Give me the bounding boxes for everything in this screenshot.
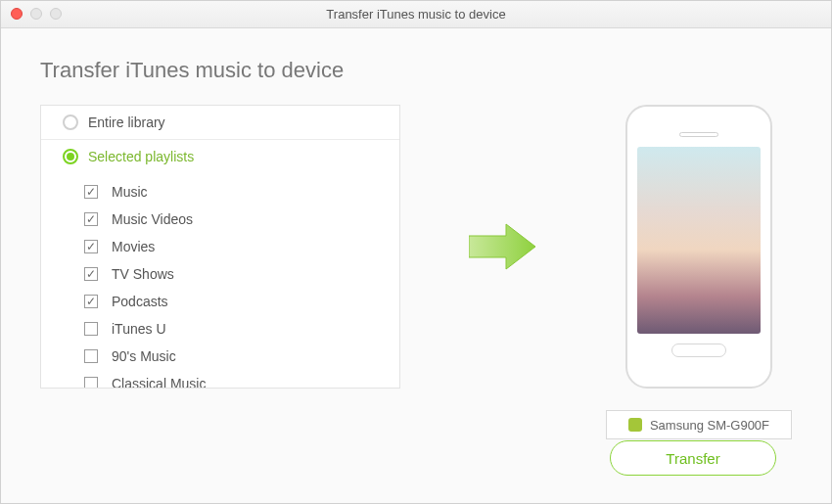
checkbox-icon	[84, 322, 98, 336]
transfer-button-label: Transfer	[666, 450, 719, 467]
checkbox-checked-icon	[84, 295, 98, 308]
phone-screen	[637, 147, 761, 334]
playlist-item[interactable]: iTunes U	[84, 315, 399, 343]
playlist-label: Movies	[112, 239, 155, 254]
playlist-item[interactable]: Music	[84, 178, 399, 206]
close-icon[interactable]	[11, 8, 23, 20]
playlist-item[interactable]: 90's Music	[84, 343, 399, 370]
option-entire-library[interactable]: Entire library	[41, 106, 399, 139]
option-selected-playlists[interactable]: Selected playlists	[41, 139, 399, 172]
playlist-label: Classical Music	[112, 376, 206, 389]
window-controls	[11, 8, 62, 20]
android-icon	[628, 418, 642, 432]
transfer-direction	[400, 105, 606, 389]
option-label: Entire library	[88, 115, 165, 130]
playlist-item[interactable]: Classical Music	[84, 370, 399, 389]
transfer-button[interactable]: Transfer	[610, 440, 776, 476]
phone-speaker-icon	[679, 132, 718, 137]
phone-home-icon	[671, 344, 726, 357]
option-label: Selected playlists	[88, 149, 194, 164]
svg-marker-0	[469, 224, 535, 269]
maximize-icon[interactable]	[50, 8, 62, 20]
device-preview	[625, 105, 772, 389]
window-title: Transfer iTunes music to device	[326, 7, 505, 22]
radio-on-icon	[63, 149, 78, 164]
playlist-label: TV Shows	[112, 266, 174, 282]
source-panel: Entire library Selected playlists MusicM…	[40, 105, 400, 389]
playlist-list: MusicMusic VideosMoviesTV ShowsPodcastsi…	[41, 172, 399, 389]
page-title: Transfer iTunes music to device	[40, 58, 792, 83]
playlist-label: iTunes U	[112, 321, 166, 337]
device-name: Samsung SM-G900F	[650, 418, 769, 433]
radio-off-icon	[63, 115, 78, 130]
playlist-item[interactable]: Movies	[84, 233, 399, 260]
checkbox-checked-icon	[84, 212, 98, 226]
checkbox-checked-icon	[84, 267, 98, 281]
playlist-item[interactable]: TV Shows	[84, 260, 399, 288]
playlist-label: Music Videos	[112, 211, 193, 227]
device-selector[interactable]: Samsung SM-G900F	[606, 410, 792, 439]
playlist-item[interactable]: Music Videos	[84, 206, 399, 233]
checkbox-checked-icon	[84, 240, 98, 253]
playlist-label: Music	[112, 184, 148, 200]
playlist-label: Podcasts	[112, 294, 168, 309]
checkbox-icon	[84, 377, 98, 389]
playlist-item[interactable]: Podcasts	[84, 288, 399, 315]
minimize-icon[interactable]	[30, 8, 42, 20]
arrow-right-icon	[469, 222, 537, 271]
window-titlebar: Transfer iTunes music to device	[1, 1, 831, 28]
checkbox-checked-icon	[84, 185, 98, 199]
checkbox-icon	[84, 349, 98, 363]
playlist-label: 90's Music	[112, 348, 176, 364]
